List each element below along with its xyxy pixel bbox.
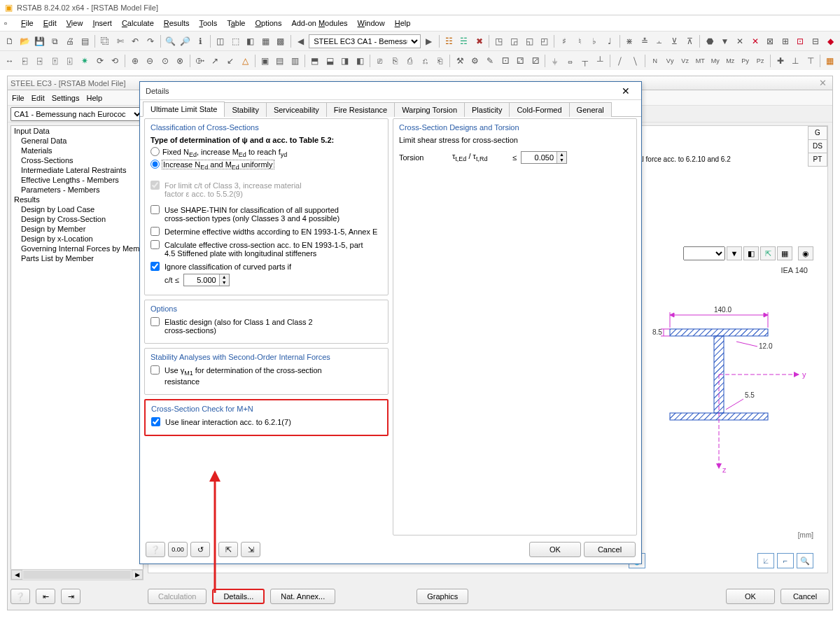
t2-Py[interactable]: Py [738, 53, 752, 69]
t2-7[interactable]: ⚂ [528, 53, 542, 69]
module-menu-file[interactable]: File [12, 94, 24, 102]
tree-parameters[interactable]: Parameters - Members [11, 185, 143, 195]
module-ok-button[interactable]: OK [726, 589, 775, 604]
tb-s[interactable]: ✕ [733, 34, 747, 49]
import-button[interactable]: ⇤ [36, 589, 55, 604]
tb-k[interactable]: ♩ [603, 34, 617, 49]
check-linear-interaction[interactable]: Use linear interaction acc. to 6.2.1(7) [151, 417, 382, 426]
tree-gif[interactable]: Governing Internal Forces by Member [11, 244, 143, 253]
menu-table[interactable]: Table [223, 18, 249, 29]
view-zoom-icon[interactable]: 🔍 [797, 553, 813, 568]
t2-16[interactable]: ⊤ [804, 53, 818, 69]
t2-l[interactable]: ⊗ [173, 53, 187, 69]
mini-combo[interactable] [683, 246, 725, 260]
t2-q[interactable]: ▣ [258, 53, 272, 69]
t2-Vz[interactable]: Vz [678, 53, 692, 69]
t2-Mt[interactable]: MT [693, 53, 707, 69]
tab-stability[interactable]: Stability [224, 102, 267, 117]
module-menu-help[interactable]: Help [86, 94, 102, 102]
prev-icon[interactable]: ◀ [294, 34, 308, 49]
view3-icon[interactable]: ◧ [244, 34, 258, 49]
t2-o[interactable]: ↙ [223, 53, 237, 69]
tab-coldformed[interactable]: Cold-Formed [509, 102, 569, 117]
tb-l[interactable]: ⋇ [622, 34, 636, 49]
scroll-right-icon[interactable]: ▶ [132, 570, 143, 580]
t2-b[interactable]: ⍇ [18, 53, 32, 69]
dlg-help-icon[interactable]: ❔ [146, 542, 165, 557]
tb-u[interactable]: ⊠ [763, 34, 777, 49]
tree-eff-lengths[interactable]: Effective Lengths - Members [11, 175, 143, 185]
t2-i[interactable]: ⊕ [128, 53, 142, 69]
redo-icon[interactable]: ↷ [144, 34, 158, 49]
torsion-spinner[interactable]: ▲▼ [521, 151, 567, 164]
tb-t[interactable]: ✕ [748, 34, 762, 49]
t2-s[interactable]: ▥ [288, 53, 302, 69]
torsion-down-icon[interactable]: ▼ [557, 158, 566, 163]
ct-down-icon[interactable]: ▼ [220, 280, 229, 286]
graphics-button[interactable]: Graphics [416, 589, 468, 604]
t2-N[interactable]: N [648, 53, 662, 69]
tb-g[interactable]: ◰ [538, 34, 552, 49]
dlg-reset-icon[interactable]: ↺ [190, 542, 210, 557]
tree-parts-list[interactable]: Parts List by Member [11, 253, 143, 263]
t2-Mz[interactable]: Mz [723, 53, 737, 69]
ct-up-icon[interactable]: ▲ [220, 274, 229, 280]
t2-x[interactable]: ⎚ [373, 53, 387, 69]
menu-insert[interactable]: Insert [88, 18, 116, 29]
t2-Vy[interactable]: Vy [663, 53, 677, 69]
find-icon[interactable]: 🔎 [178, 34, 192, 49]
tree-design-x[interactable]: Design by x-Location [11, 234, 143, 244]
tb-i[interactable]: ♮ [573, 34, 587, 49]
t2-9[interactable]: ⏛ [564, 53, 578, 69]
module-cancel-button[interactable]: Cancel [780, 589, 830, 604]
tag-g[interactable]: G [808, 126, 827, 140]
check-elastic-design[interactable]: Elastic design (also for Class 1 and Cla… [150, 317, 382, 335]
tag-ds[interactable]: DS [808, 139, 827, 153]
dialog-titlebar[interactable]: Details ✕ [140, 82, 641, 100]
view2-icon[interactable]: ⬚ [229, 34, 243, 49]
tree-results-root[interactable]: Results [11, 195, 143, 204]
t2-n[interactable]: ↗ [208, 53, 222, 69]
t2-j[interactable]: ⊖ [143, 53, 157, 69]
tree-scrollbar[interactable]: ◀ ▶ [10, 569, 144, 580]
check-gamma-m1[interactable]: Use γM1 for determination of the cross-s… [150, 365, 382, 385]
radio-fixed-ned[interactable]: Fixed NEd, increase MEd to reach fyd [150, 147, 382, 158]
menu-results[interactable]: Results [160, 18, 194, 29]
module-combo[interactable]: STEEL EC3 CA1 - Bemessunç [309, 34, 421, 48]
t2-0[interactable]: ⎌ [418, 53, 432, 69]
mini-filter-icon[interactable]: ▼ [727, 246, 742, 260]
case-selector[interactable]: CA1 - Bemessung nach Eurococ [10, 107, 144, 121]
t2-k[interactable]: ⊙ [158, 53, 172, 69]
menu-calculate[interactable]: Calculate [118, 18, 158, 29]
nat-annex-button[interactable]: Nat. Annex... [270, 589, 335, 604]
t2-15[interactable]: ⊥ [788, 53, 802, 69]
tree-design-member[interactable]: Design by Member [11, 224, 143, 234]
t2-p[interactable]: △ [238, 53, 252, 69]
mini-eye-icon[interactable]: ◉ [798, 246, 813, 260]
view-3d-icon[interactable]: ⟀ [757, 553, 774, 568]
view4-icon[interactable]: ▦ [259, 34, 273, 49]
tab-general[interactable]: General [569, 102, 612, 117]
tree-input-root[interactable]: Input Data [11, 126, 143, 136]
menu-view[interactable]: View [62, 18, 88, 29]
tree-general-data[interactable]: General Data [11, 136, 143, 146]
tb-v[interactable]: ⊞ [778, 34, 792, 49]
view1-icon[interactable]: ◫ [214, 34, 227, 49]
cut-icon[interactable]: ✄ [113, 34, 127, 49]
t2-u[interactable]: ⬓ [323, 53, 337, 69]
t2-Pz[interactable]: Pz [753, 53, 767, 69]
tab-plasticity[interactable]: Plasticity [464, 102, 510, 117]
t2-14[interactable]: ✚ [774, 53, 788, 69]
mini-settings-icon[interactable]: ▦ [777, 246, 792, 260]
tb-e[interactable]: ◲ [507, 34, 522, 49]
t2-11[interactable]: ┴ [594, 53, 608, 69]
module-menu-edit[interactable]: Edit [31, 94, 45, 102]
open-icon[interactable]: 📂 [18, 34, 32, 49]
tb-a[interactable]: ☷ [442, 34, 456, 49]
t2-e[interactable]: ⍗ [63, 53, 77, 69]
tree-design-cs[interactable]: Design by Cross-Section [11, 214, 143, 224]
export-button[interactable]: ⇥ [61, 589, 80, 604]
t2-6[interactable]: ⚁ [513, 53, 527, 69]
t2-4[interactable]: ✎ [483, 53, 497, 69]
t2-c[interactable]: ⍈ [33, 53, 47, 69]
